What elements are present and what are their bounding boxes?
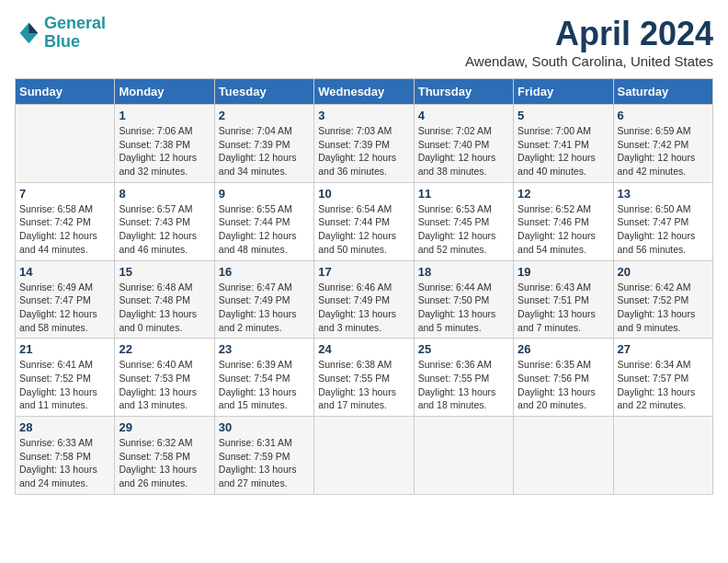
calendar-week-row: 28Sunrise: 6:33 AM Sunset: 7:58 PM Dayli… [16, 417, 713, 495]
day-number: 15 [119, 265, 210, 279]
day-info: Sunrise: 6:39 AM Sunset: 7:54 PM Dayligh… [219, 358, 310, 412]
day-info: Sunrise: 6:31 AM Sunset: 7:59 PM Dayligh… [219, 436, 310, 490]
calendar-cell: 28Sunrise: 6:33 AM Sunset: 7:58 PM Dayli… [16, 417, 115, 495]
day-header-monday: Monday [115, 79, 214, 105]
calendar-cell: 10Sunrise: 6:54 AM Sunset: 7:44 PM Dayli… [314, 182, 414, 260]
day-number: 29 [119, 420, 210, 434]
day-number: 5 [518, 109, 609, 122]
day-number: 20 [618, 265, 709, 279]
day-number: 22 [119, 342, 210, 356]
calendar-cell: 21Sunrise: 6:41 AM Sunset: 7:52 PM Dayli… [16, 339, 115, 417]
day-info: Sunrise: 6:35 AM Sunset: 7:56 PM Dayligh… [518, 358, 609, 412]
day-number: 7 [19, 187, 110, 201]
day-number: 12 [518, 187, 609, 201]
calendar-cell: 4Sunrise: 7:02 AM Sunset: 7:40 PM Daylig… [414, 105, 513, 183]
day-number: 1 [119, 109, 210, 122]
day-info: Sunrise: 6:49 AM Sunset: 7:47 PM Dayligh… [19, 281, 110, 335]
calendar-cell: 30Sunrise: 6:31 AM Sunset: 7:59 PM Dayli… [214, 417, 313, 495]
day-number: 17 [318, 265, 409, 279]
day-info: Sunrise: 6:58 AM Sunset: 7:42 PM Dayligh… [19, 202, 110, 257]
calendar-cell: 12Sunrise: 6:52 AM Sunset: 7:46 PM Dayli… [514, 182, 613, 260]
calendar-body: 1Sunrise: 7:06 AM Sunset: 7:38 PM Daylig… [16, 105, 713, 495]
calendar-cell: 25Sunrise: 6:36 AM Sunset: 7:55 PM Dayli… [414, 339, 513, 417]
day-number: 19 [518, 265, 609, 279]
calendar-week-row: 1Sunrise: 7:06 AM Sunset: 7:38 PM Daylig… [16, 105, 713, 183]
calendar-cell [314, 417, 414, 495]
day-number: 13 [618, 187, 709, 201]
calendar-cell: 19Sunrise: 6:43 AM Sunset: 7:51 PM Dayli… [514, 260, 613, 339]
calendar-cell: 8Sunrise: 6:57 AM Sunset: 7:43 PM Daylig… [115, 182, 214, 260]
calendar-cell: 14Sunrise: 6:49 AM Sunset: 7:47 PM Dayli… [16, 260, 115, 339]
title-area: April 2024 Awendaw, South Carolina, Unit… [465, 15, 713, 69]
day-header-friday: Friday [514, 79, 613, 105]
calendar-cell: 13Sunrise: 6:50 AM Sunset: 7:47 PM Dayli… [613, 182, 712, 260]
calendar-week-row: 14Sunrise: 6:49 AM Sunset: 7:47 PM Dayli… [16, 260, 713, 339]
header: General Blue April 2024 Awendaw, South C… [15, 15, 713, 69]
day-info: Sunrise: 6:54 AM Sunset: 7:44 PM Dayligh… [318, 202, 409, 257]
day-header-saturday: Saturday [613, 79, 712, 105]
calendar-cell: 26Sunrise: 6:35 AM Sunset: 7:56 PM Dayli… [514, 339, 613, 417]
calendar-cell: 2Sunrise: 7:04 AM Sunset: 7:39 PM Daylig… [214, 105, 313, 183]
day-header-tuesday: Tuesday [214, 79, 313, 105]
day-number: 11 [418, 187, 509, 201]
calendar-cell: 15Sunrise: 6:48 AM Sunset: 7:48 PM Dayli… [115, 260, 214, 339]
logo-line1: General [44, 14, 106, 32]
logo-text: General Blue [44, 15, 106, 52]
day-info: Sunrise: 6:55 AM Sunset: 7:44 PM Dayligh… [219, 202, 310, 257]
calendar-cell [414, 417, 513, 495]
calendar-cell: 1Sunrise: 7:06 AM Sunset: 7:38 PM Daylig… [115, 105, 214, 183]
month-title: April 2024 [465, 15, 713, 53]
day-number: 14 [19, 265, 110, 279]
day-info: Sunrise: 6:50 AM Sunset: 7:47 PM Dayligh… [618, 202, 709, 257]
calendar-cell: 24Sunrise: 6:38 AM Sunset: 7:55 PM Dayli… [314, 339, 414, 417]
day-number: 27 [618, 342, 709, 356]
calendar-cell: 29Sunrise: 6:32 AM Sunset: 7:58 PM Dayli… [115, 417, 214, 495]
day-number: 10 [318, 187, 409, 201]
location-subtitle: Awendaw, South Carolina, United States [465, 53, 713, 69]
calendar-cell: 22Sunrise: 6:40 AM Sunset: 7:53 PM Dayli… [115, 339, 214, 417]
day-info: Sunrise: 7:00 AM Sunset: 7:41 PM Dayligh… [518, 124, 609, 178]
calendar-cell: 9Sunrise: 6:55 AM Sunset: 7:44 PM Daylig… [214, 182, 313, 260]
day-info: Sunrise: 6:52 AM Sunset: 7:46 PM Dayligh… [518, 202, 609, 257]
day-header-sunday: Sunday [16, 79, 115, 105]
calendar-cell: 3Sunrise: 7:03 AM Sunset: 7:39 PM Daylig… [314, 105, 414, 183]
day-info: Sunrise: 7:02 AM Sunset: 7:40 PM Dayligh… [418, 124, 509, 178]
day-info: Sunrise: 6:46 AM Sunset: 7:49 PM Dayligh… [318, 281, 409, 335]
calendar-cell: 20Sunrise: 6:42 AM Sunset: 7:52 PM Dayli… [613, 260, 712, 339]
day-info: Sunrise: 7:06 AM Sunset: 7:38 PM Dayligh… [119, 124, 210, 178]
day-number: 26 [518, 342, 609, 356]
day-number: 2 [219, 109, 310, 122]
day-info: Sunrise: 6:59 AM Sunset: 7:42 PM Dayligh… [618, 124, 709, 178]
day-number: 9 [219, 187, 310, 201]
day-info: Sunrise: 6:44 AM Sunset: 7:50 PM Dayligh… [418, 281, 509, 335]
day-number: 30 [219, 420, 310, 434]
calendar-week-row: 21Sunrise: 6:41 AM Sunset: 7:52 PM Dayli… [16, 339, 713, 417]
day-number: 3 [318, 109, 409, 122]
day-number: 18 [418, 265, 509, 279]
calendar-cell: 11Sunrise: 6:53 AM Sunset: 7:45 PM Dayli… [414, 182, 513, 260]
day-info: Sunrise: 6:57 AM Sunset: 7:43 PM Dayligh… [119, 202, 210, 257]
day-number: 21 [19, 342, 110, 356]
day-info: Sunrise: 6:33 AM Sunset: 7:58 PM Dayligh… [19, 436, 110, 490]
logo-line2: Blue [44, 32, 80, 51]
day-number: 24 [318, 342, 409, 356]
calendar-week-row: 7Sunrise: 6:58 AM Sunset: 7:42 PM Daylig… [16, 182, 713, 260]
day-number: 25 [418, 342, 509, 356]
calendar-cell [514, 417, 613, 495]
calendar-cell: 27Sunrise: 6:34 AM Sunset: 7:57 PM Dayli… [613, 339, 712, 417]
calendar-cell: 18Sunrise: 6:44 AM Sunset: 7:50 PM Dayli… [414, 260, 513, 339]
day-info: Sunrise: 6:34 AM Sunset: 7:57 PM Dayligh… [618, 358, 709, 412]
logo: General Blue [15, 15, 106, 52]
day-info: Sunrise: 6:41 AM Sunset: 7:52 PM Dayligh… [19, 358, 110, 412]
day-info: Sunrise: 6:48 AM Sunset: 7:48 PM Dayligh… [119, 281, 210, 335]
day-number: 16 [219, 265, 310, 279]
day-number: 4 [418, 109, 509, 122]
day-info: Sunrise: 6:32 AM Sunset: 7:58 PM Dayligh… [119, 436, 210, 490]
calendar-cell: 16Sunrise: 6:47 AM Sunset: 7:49 PM Dayli… [214, 260, 313, 339]
day-number: 6 [618, 109, 709, 122]
day-info: Sunrise: 6:43 AM Sunset: 7:51 PM Dayligh… [518, 281, 609, 335]
calendar-cell: 6Sunrise: 6:59 AM Sunset: 7:42 PM Daylig… [613, 105, 712, 183]
day-header-thursday: Thursday [414, 79, 513, 105]
day-info: Sunrise: 7:03 AM Sunset: 7:39 PM Dayligh… [318, 124, 409, 178]
calendar-cell: 23Sunrise: 6:39 AM Sunset: 7:54 PM Dayli… [214, 339, 313, 417]
